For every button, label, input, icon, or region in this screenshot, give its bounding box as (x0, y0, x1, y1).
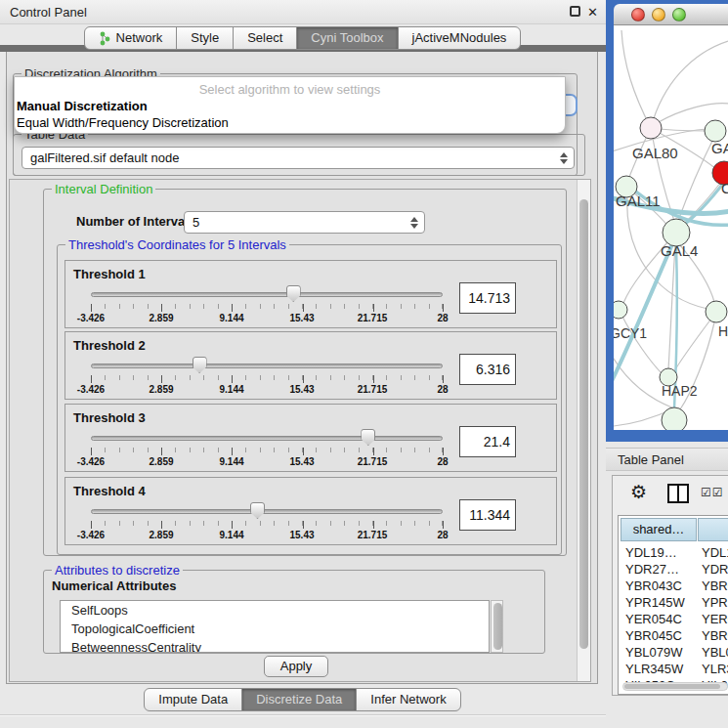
network-window: GAL80 GA C GAL11 GAL4 GCY1 HA HAP2 (606, 0, 728, 442)
threshold-3-panel: Threshold 3 -3.426 2.859 9.144 15.43 21.… (64, 404, 557, 472)
tab-select[interactable]: Select (233, 26, 297, 50)
tab-style[interactable]: Style (176, 26, 234, 50)
table-panel-body: ⚙ ☑☑ shared… na YDL19…YDL1 YDR27…YDR2 YB… (612, 475, 728, 696)
slider-thumb[interactable] (361, 429, 375, 446)
attributes-group: Attributes to discretize Numerical Attri… (43, 570, 545, 654)
dropdown-option-equal-width[interactable]: Equal Width/Frequency Discretization (17, 115, 229, 130)
table-row[interactable]: YPR145WYPR1 (619, 595, 728, 612)
cyni-toolbox-content: Discretization Algorithm Select algorith… (6, 52, 598, 684)
algorithm-dropdown-popup: Select algorithm to view settings Manual… (14, 76, 566, 134)
attributes-scrollbar[interactable] (491, 600, 503, 653)
table-row[interactable]: YBR043CYBR0 (619, 578, 728, 595)
group-title: Interval Definition (52, 182, 155, 196)
node-partial-top-right[interactable] (705, 120, 726, 142)
settings-scrollbar[interactable] (577, 180, 590, 681)
control-panel-titlebar: Control Panel ✕ (0, 0, 606, 24)
node-label: GCY1 (614, 325, 647, 341)
threshold-4-value[interactable]: 11.344 (459, 499, 516, 531)
columns-icon[interactable] (667, 484, 689, 503)
threshold-4-slider[interactable] (91, 509, 443, 516)
tab-infer-network[interactable]: Infer Network (356, 688, 460, 711)
node-label: GAL4 (661, 242, 698, 259)
mac-close-button[interactable] (631, 8, 645, 21)
list-item[interactable]: BetweennessCentrality (61, 638, 489, 653)
table-row[interactable]: YDL19…YDL1 (619, 545, 728, 562)
mac-zoom-button[interactable] (672, 8, 686, 21)
settings-scroll-area: Interval Definition Number of Intervals … (9, 179, 591, 682)
tab-impute-data[interactable]: Impute Data (144, 688, 242, 711)
dropdown-option-manual[interactable]: Manual Discretization (17, 99, 148, 113)
float-panel-icon[interactable] (570, 6, 580, 17)
table-panel-titlebar: Table Panel (606, 448, 728, 471)
table-row[interactable]: YBL079WYBL0 (619, 645, 728, 662)
table-panel-title: Table Panel (618, 452, 684, 467)
column-header-shared-name[interactable]: shared… (621, 518, 697, 541)
list-item[interactable]: TopologicalCoefficient (61, 620, 489, 638)
threshold-2-panel: Threshold 2 -3.426 2.859 9.144 15.43 21.… (64, 331, 557, 400)
node-label: GAL11 (616, 193, 661, 209)
combo-arrows-icon (560, 152, 568, 164)
network-graph: GAL80 GA C GAL11 GAL4 GCY1 HA HAP2 (614, 25, 728, 430)
group-title: Attributes to discretize (52, 563, 183, 578)
node-gal80[interactable] (640, 117, 662, 139)
network-icon (99, 31, 111, 46)
numerical-attributes-label: Numerical Attributes (52, 578, 176, 593)
threshold-4-panel: Threshold 4 -3.426 2.859 9.144 15.43 21.… (64, 477, 557, 545)
num-intervals-label: Number of Intervals (76, 214, 195, 229)
bottom-tab-strip: Impute Data Discretize Data Infer Networ… (0, 684, 606, 728)
node-label: HAP2 (662, 383, 698, 399)
slider-thumb[interactable] (250, 502, 265, 519)
interval-definition-group: Interval Definition Number of Intervals … (43, 189, 567, 556)
table-row[interactable]: YDR27…YDR2 (619, 562, 728, 578)
slider-thumb[interactable] (193, 357, 207, 373)
table-data-combo[interactable]: galFiltered.sif default node (21, 147, 575, 169)
control-panel: Control Panel ✕ Network Style Select Cyn… (0, 0, 606, 728)
table-horizontal-scrollbar[interactable] (622, 682, 728, 691)
apply-button[interactable]: Apply (264, 656, 328, 677)
node-partial-bottom[interactable] (662, 407, 687, 430)
table-row[interactable]: YER054CYER0 (619, 612, 728, 628)
threshold-3-slider[interactable] (91, 436, 443, 443)
top-tab-strip: Network Style Select Cyni Toolbox jActiv… (0, 24, 606, 52)
node-label: HA (718, 323, 728, 339)
thresholds-group: Threshold's Coordinates for 5 Intervals … (57, 244, 562, 555)
threshold-2-value[interactable]: 6.316 (459, 354, 516, 385)
tab-discretize-data[interactable]: Discretize Data (241, 688, 357, 711)
table-toolbar: ⚙ ☑☑ (613, 476, 728, 511)
mac-minimize-button[interactable] (652, 8, 665, 21)
tab-label: Network (116, 27, 163, 49)
node-attribute-table: shared… na YDL19…YDL1 YDR27…YDR2 YBR043C… (618, 515, 728, 695)
column-header-name[interactable]: na (698, 518, 728, 541)
table-data-group: Table Data galFiltered.sif default node (13, 134, 585, 176)
divider (0, 714, 606, 716)
panel-title: Control Panel (10, 5, 87, 20)
threshold-2-slider[interactable] (91, 364, 443, 370)
threshold-1-panel: Threshold 1 -3.426 2.859 9.144 15.43 21.… (64, 260, 557, 328)
slider-thumb[interactable] (286, 285, 301, 302)
node-hap-right[interactable] (706, 301, 727, 322)
threshold-1-slider[interactable] (91, 292, 443, 299)
node-label: GA (711, 140, 728, 156)
tab-jactivemnodules[interactable]: jActiveMNodules (398, 26, 522, 50)
tab-cyni-toolbox[interactable]: Cyni Toolbox (296, 26, 398, 50)
dropdown-hint: Select algorithm to view settings (15, 82, 565, 97)
gear-icon[interactable]: ⚙ (630, 481, 647, 503)
threshold-3-value[interactable]: 21.4 (459, 426, 516, 457)
numerical-attributes-list: SelfLoops TopologicalCoefficient Between… (60, 600, 490, 653)
threshold-1-value[interactable]: 14.713 (459, 282, 516, 314)
node-label: C (721, 180, 728, 196)
combo-arrows-icon (410, 217, 418, 229)
node-gcy1[interactable] (614, 301, 627, 319)
right-column: GAL80 GA C GAL11 GAL4 GCY1 HA HAP2 Table… (606, 0, 728, 728)
list-item[interactable]: SelfLoops (61, 601, 489, 620)
node-label: GAL80 (632, 145, 678, 161)
tab-network[interactable]: Network (84, 26, 178, 50)
network-window-titlebar[interactable] (614, 4, 728, 25)
close-icon[interactable]: ✕ (587, 6, 598, 19)
select-columns-checkbox-icons[interactable]: ☑☑ (701, 486, 724, 499)
group-title: Threshold's Coordinates for 5 Intervals (65, 237, 289, 252)
table-row[interactable]: YBR045CYBR0 (619, 628, 728, 645)
network-view[interactable]: GAL80 GA C GAL11 GAL4 GCY1 HA HAP2 (614, 25, 728, 430)
table-row[interactable]: YLR345WYLR3 (619, 662, 728, 678)
num-intervals-combo[interactable]: 5 (184, 211, 425, 234)
